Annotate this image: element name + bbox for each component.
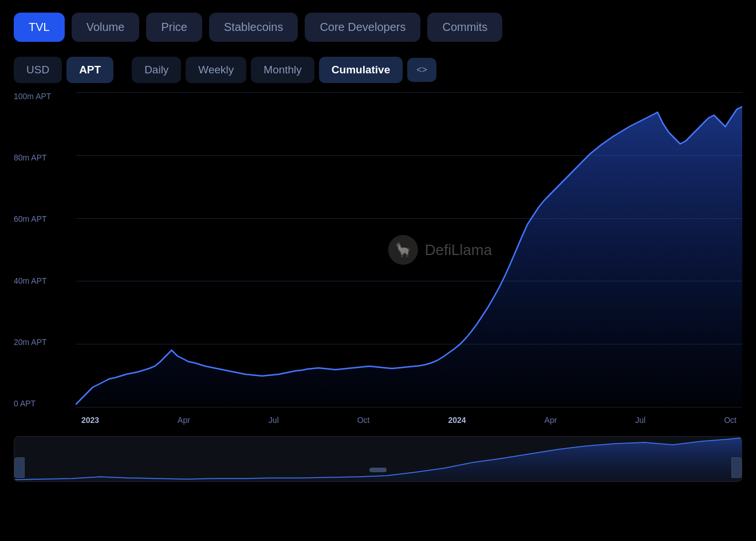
x-axis: 2023 Apr Jul Oct 2024 Apr Jul Oct — [76, 410, 742, 430]
scrollbar-area[interactable] — [14, 436, 742, 482]
period-daily[interactable]: Daily — [132, 57, 181, 83]
watermark: 🦙 DefiLlama — [388, 235, 492, 265]
x-label-2024: 2024 — [448, 415, 466, 425]
watermark-logo: 🦙 — [388, 235, 418, 265]
y-label-2: 40m APT — [14, 277, 71, 285]
x-label-jul1: Jul — [269, 415, 279, 425]
y-label-5: 100m APT — [14, 92, 71, 100]
x-label-oct1: Oct — [357, 415, 370, 425]
y-label-0: 0 APT — [14, 399, 71, 407]
embed-button[interactable]: <> — [407, 58, 436, 82]
nav-commits[interactable]: Commits — [427, 13, 502, 42]
chart-area: 0 APT 20m APT 40m APT 60m APT 80m APT 10… — [14, 92, 742, 430]
sub-navigation: USD APT Daily Weekly Monthly Cumulative … — [0, 51, 756, 92]
scrollbar-handle-right[interactable] — [731, 457, 742, 478]
period-monthly[interactable]: Monthly — [251, 57, 314, 83]
nav-core-developers[interactable]: Core Developers — [305, 13, 420, 42]
scrollbar-handle-center[interactable] — [369, 468, 387, 472]
y-label-3: 60m APT — [14, 215, 71, 223]
x-label-2023: 2023 — [81, 415, 99, 425]
top-navigation: TVL Volume Price Stablecoins Core Develo… — [0, 0, 756, 51]
nav-tvl[interactable]: TVL — [14, 13, 65, 42]
currency-usd[interactable]: USD — [14, 57, 62, 83]
y-label-4: 80m APT — [14, 154, 71, 162]
x-label-jul2: Jul — [635, 415, 645, 425]
x-label-apr1: Apr — [178, 415, 190, 425]
nav-volume[interactable]: Volume — [72, 13, 140, 42]
watermark-text: DefiLlama — [425, 241, 492, 259]
nav-stablecoins[interactable]: Stablecoins — [209, 13, 298, 42]
nav-price[interactable]: Price — [146, 13, 202, 42]
y-axis: 0 APT 20m APT 40m APT 60m APT 80m APT 10… — [14, 92, 71, 407]
period-cumulative[interactable]: Cumulative — [319, 57, 403, 83]
mini-chart-svg — [14, 437, 742, 482]
period-weekly[interactable]: Weekly — [186, 57, 246, 83]
y-label-1: 20m APT — [14, 338, 71, 346]
x-label-oct2: Oct — [724, 415, 737, 425]
chart-inner: 🦙 DefiLlama — [76, 92, 742, 407]
currency-apt[interactable]: APT — [66, 57, 113, 83]
scrollbar-handle-left[interactable] — [14, 457, 25, 478]
x-label-apr2: Apr — [545, 415, 557, 425]
